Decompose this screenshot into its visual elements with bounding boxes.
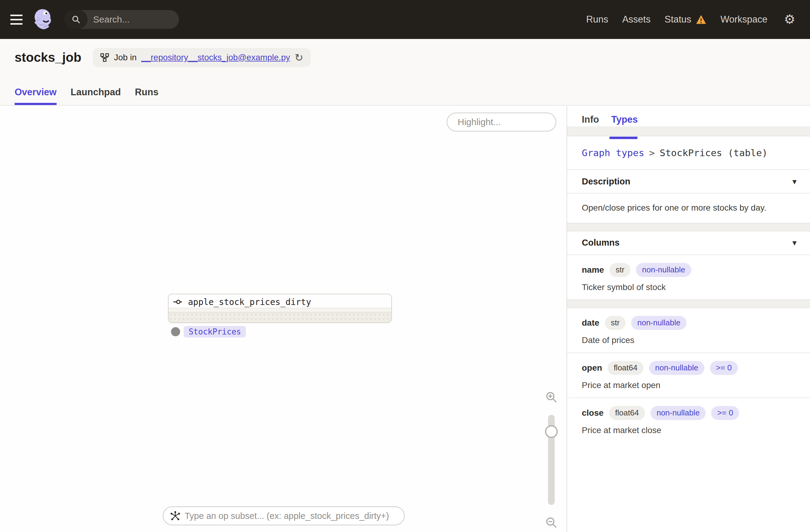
job-origin-tag: Job in __repository__stocks_job@example.… xyxy=(93,48,310,67)
job-file-link[interactable]: __repository__stocks_job@example.py xyxy=(141,53,290,62)
op-node-strip xyxy=(168,308,391,312)
column-constraint-pill: non-nullable xyxy=(631,316,686,330)
tab-runs[interactable]: Runs xyxy=(135,87,159,105)
column-divider-band xyxy=(567,300,810,308)
zoom-slider[interactable] xyxy=(548,415,555,505)
zoom-slider-thumb[interactable] xyxy=(545,425,558,438)
page-title: stocks_job xyxy=(15,50,81,65)
zoom-controls xyxy=(541,391,561,529)
zoom-in-icon[interactable] xyxy=(545,391,557,403)
column-type-pill: str xyxy=(610,263,631,277)
title-row: stocks_job Job in __repository__stocks_j… xyxy=(0,39,810,67)
breadcrumb-graph-types-link[interactable]: Graph types xyxy=(582,147,644,158)
op-node-apple-stock-prices-dirty[interactable]: apple_stock_prices_dirty xyxy=(168,294,392,323)
nav-workspace[interactable]: Workspace xyxy=(720,14,768,25)
column-constraint-pill: non-nullable xyxy=(649,361,704,375)
description-section-header[interactable]: Description ▾ xyxy=(567,170,810,194)
top-nav-links: Runs Assets Status Workspace ⚙ xyxy=(586,13,795,26)
page-header: stocks_job Job in __repository__stocks_j… xyxy=(0,39,810,106)
breadcrumb-separator: > xyxy=(649,147,655,158)
column-type-pill: str xyxy=(605,316,626,330)
tab-overview[interactable]: Overview xyxy=(15,87,56,105)
columns-section-header[interactable]: Columns ▾ xyxy=(567,231,810,255)
breadcrumb-current: StockPrices (table) xyxy=(660,147,768,158)
main-content: apple_stock_prices_dirty StockPrices xyxy=(0,106,810,532)
panel-tab-types[interactable]: Types xyxy=(611,114,638,125)
column-constraint-pill: non-nullable xyxy=(651,406,706,420)
column-type-pill: float64 xyxy=(609,406,645,420)
menu-icon[interactable] xyxy=(10,11,27,28)
op-subset-input[interactable] xyxy=(185,511,398,521)
op-node-body xyxy=(168,312,391,323)
panel-tabs-divider-band xyxy=(567,126,810,136)
panel-tab-info[interactable]: Info xyxy=(582,114,599,125)
nav-status[interactable]: Status xyxy=(665,14,707,25)
nav-status-label: Status xyxy=(665,14,691,25)
tab-launchpad[interactable]: Launchpad xyxy=(70,87,121,105)
op-selector-icon xyxy=(170,511,180,521)
column-name: open xyxy=(582,363,602,373)
description-section-title: Description xyxy=(582,177,631,187)
op-icon xyxy=(174,300,184,304)
column-item-close: close float64 non-nullable >= 0 Price at… xyxy=(567,398,810,442)
op-graph-canvas[interactable]: apple_stock_prices_dirty StockPrices xyxy=(0,106,567,532)
highlight-search xyxy=(447,113,556,131)
job-prefix-label: Job in xyxy=(114,53,136,62)
columns-section-title: Columns xyxy=(582,238,619,248)
column-item-date: date str non-nullable Date of prices xyxy=(567,308,810,352)
column-type-pill: float64 xyxy=(608,361,644,375)
op-output-type-badge[interactable]: StockPrices xyxy=(184,326,246,338)
nav-assets[interactable]: Assets xyxy=(622,14,651,25)
global-search: / xyxy=(65,10,179,29)
column-description: Price at market close xyxy=(582,425,795,435)
chevron-down-icon: ▾ xyxy=(792,238,797,248)
type-explorer-panel: Info Types Graph types > StockPrices (ta… xyxy=(567,106,810,532)
type-breadcrumb: Graph types > StockPrices (table) xyxy=(567,136,810,170)
highlight-input[interactable] xyxy=(458,117,575,127)
column-name: close xyxy=(582,408,604,418)
column-item-open: open float64 non-nullable >= 0 Price at … xyxy=(567,353,810,398)
warning-icon xyxy=(696,15,707,25)
column-description: Price at market open xyxy=(582,381,795,390)
app-root: / Runs Assets Status Workspace ⚙ stocks_… xyxy=(0,0,810,106)
active-tab-underline xyxy=(610,136,637,139)
column-description: Ticker symbol of stock xyxy=(582,283,795,292)
top-navigation-bar: / Runs Assets Status Workspace ⚙ xyxy=(0,0,810,39)
panel-tab-types-label: Types xyxy=(611,114,638,125)
zoom-out-icon[interactable] xyxy=(545,516,557,529)
panel-tabs: Info Types xyxy=(567,106,810,136)
chevron-down-icon: ▾ xyxy=(792,177,797,187)
refresh-icon[interactable]: ↻ xyxy=(294,52,303,63)
op-subset-filter xyxy=(163,506,405,525)
op-node-title: apple_stock_prices_dirty xyxy=(168,294,391,308)
dagster-logo-icon[interactable] xyxy=(32,7,55,31)
search-input[interactable] xyxy=(87,14,179,25)
nav-runs[interactable]: Runs xyxy=(586,14,608,25)
section-divider-band xyxy=(567,223,810,231)
search-icon xyxy=(65,10,87,29)
op-node-name: apple_stock_prices_dirty xyxy=(188,297,311,307)
job-tabs: Overview Launchpad Runs xyxy=(0,87,810,105)
job-graph-icon xyxy=(100,53,109,62)
column-constraint-pill: >= 0 xyxy=(711,406,739,420)
column-item-name: name str non-nullable Ticker symbol of s… xyxy=(567,255,810,300)
column-constraint-pill: non-nullable xyxy=(636,263,691,277)
column-description: Date of prices xyxy=(582,335,795,345)
column-name: date xyxy=(582,318,599,328)
column-name: name xyxy=(582,265,604,275)
column-constraint-pill: >= 0 xyxy=(710,361,738,375)
description-section-body: Open/close prices for one or more stocks… xyxy=(567,194,810,223)
gear-icon[interactable]: ⚙ xyxy=(784,13,795,26)
op-output-handle[interactable] xyxy=(171,327,180,336)
